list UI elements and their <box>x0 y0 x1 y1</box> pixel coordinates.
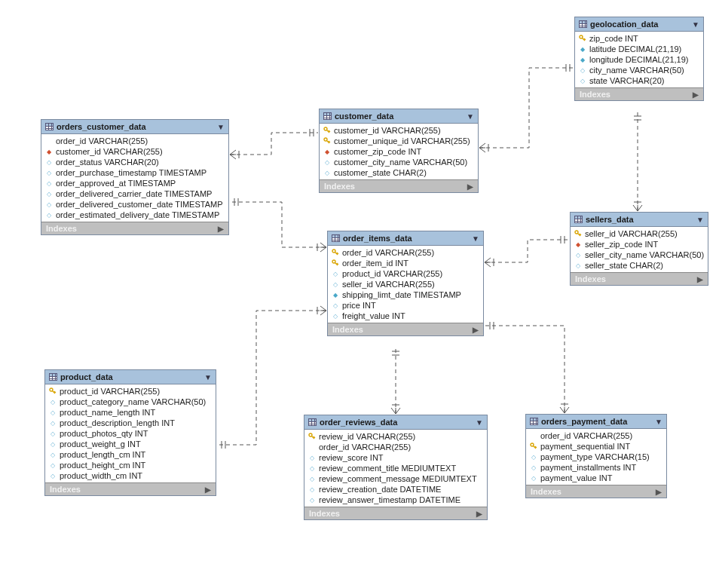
table-header[interactable]: sellers_data▼ <box>571 213 708 227</box>
expand-icon[interactable]: ▶ <box>697 275 703 283</box>
column-row[interactable]: ◇payment_value INT <box>526 473 666 483</box>
table-orders_payment_data[interactable]: orders_payment_data▼order_id VARCHAR(255… <box>525 414 667 498</box>
table-order_reviews_data[interactable]: order_reviews_data▼review_id VARCHAR(255… <box>304 415 488 520</box>
indexes-section[interactable]: Indexes▶ <box>328 323 483 335</box>
expand-icon[interactable]: ▶ <box>656 488 662 496</box>
indexes-section[interactable]: Indexes▶ <box>320 179 478 192</box>
column-row[interactable]: ◇order_delivered_carrier_date TIMESTAMP <box>41 188 228 199</box>
table-columns: zip_code INT◆latitude DECIMAL(21,19)◆lon… <box>575 32 703 87</box>
column-row[interactable]: ◇seller_id VARCHAR(255) <box>328 279 483 289</box>
collapse-icon[interactable]: ▼ <box>696 216 704 224</box>
column-text: state VARCHAR(20) <box>589 76 664 85</box>
indexes-section[interactable]: Indexes▶ <box>41 222 228 234</box>
indexes-section[interactable]: Indexes▶ <box>304 507 487 519</box>
column-row[interactable]: ◇review_comment_title MEDIUMTEXT <box>304 463 487 473</box>
table-columns: product_id VARCHAR(255)◇product_category… <box>45 384 216 482</box>
column-text: seller_id VARCHAR(255) <box>585 229 678 238</box>
collapse-icon[interactable]: ▼ <box>655 418 662 426</box>
column-row[interactable]: ◇price INT <box>328 300 483 311</box>
column-row[interactable]: ◇product_description_length INT <box>45 418 216 428</box>
column-row[interactable]: ◇seller_city_name VARCHAR(50) <box>571 250 708 260</box>
column-row[interactable]: ◇product_length_cm INT <box>45 449 216 460</box>
column-row[interactable]: ◇payment_type VARCHAR(15) <box>526 452 666 462</box>
column-row[interactable]: ◆customer_id VARCHAR(255) <box>41 146 228 157</box>
column-row[interactable]: ◇product_width_cm INT <box>45 470 216 481</box>
column-row[interactable]: payment_sequential INT <box>526 441 666 452</box>
column-row[interactable]: zip_code INT <box>575 33 703 44</box>
table-orders_customer_data[interactable]: orders_customer_data▼order_id VARCHAR(25… <box>41 119 229 235</box>
column-row[interactable]: ◇city_name VARCHAR(50) <box>575 65 703 75</box>
column-row[interactable]: ◇customer_city_name VARCHAR(50) <box>320 157 478 167</box>
indexes-section[interactable]: Indexes▶ <box>45 482 216 495</box>
column-row[interactable]: ◇order_purchase_timestamp TIMESTAMP <box>41 167 228 178</box>
column-row[interactable]: ◇order_delivered_customer_date TIMESTAMP <box>41 199 228 210</box>
column-text: review_id VARCHAR(255) <box>319 432 415 441</box>
column-row[interactable]: customer_id VARCHAR(255) <box>320 125 478 136</box>
attribute-icon: ◇ <box>45 169 53 176</box>
column-row[interactable]: ◇product_id VARCHAR(255) <box>328 268 483 279</box>
indexes-section[interactable]: Indexes▶ <box>571 272 708 285</box>
column-text: zip_code INT <box>589 34 638 43</box>
column-row[interactable]: ◆longitude DECIMAL(21,19) <box>575 54 703 65</box>
column-row[interactable]: customer_unique_id VARCHAR(255) <box>320 136 478 146</box>
column-row[interactable]: ◇product_height_cm INT <box>45 460 216 470</box>
column-row[interactable]: ◇order_status VARCHAR(20) <box>41 157 228 167</box>
column-row[interactable]: order_id VARCHAR(255) <box>41 136 228 146</box>
column-row[interactable]: ◇order_approved_at TIMESTAMP <box>41 178 228 188</box>
table-customer_data[interactable]: customer_data▼customer_id VARCHAR(255)cu… <box>319 109 479 193</box>
column-row[interactable]: ◇payment_installments INT <box>526 462 666 473</box>
expand-icon[interactable]: ▶ <box>467 182 473 191</box>
column-row[interactable]: review_id VARCHAR(255) <box>304 431 487 442</box>
indexes-section[interactable]: Indexes▶ <box>575 87 703 100</box>
column-row[interactable]: ◇product_name_length INT <box>45 407 216 418</box>
column-row[interactable]: seller_id VARCHAR(255) <box>571 228 708 239</box>
column-row[interactable]: ◇seller_state CHAR(2) <box>571 260 708 271</box>
column-row[interactable]: ◇customer_state CHAR(2) <box>320 167 478 178</box>
expand-icon[interactable]: ▶ <box>473 326 479 334</box>
column-row[interactable]: ◆customer_zip_code INT <box>320 146 478 157</box>
table-header[interactable]: geolocation_data▼ <box>575 17 703 32</box>
table-header[interactable]: order_reviews_data▼ <box>304 415 487 430</box>
column-row[interactable]: ◇order_estimated_delivery_date TIMESTAMP <box>41 210 228 220</box>
indexes-section[interactable]: Indexes▶ <box>526 485 666 498</box>
expand-icon[interactable]: ▶ <box>693 90 699 99</box>
collapse-icon[interactable]: ▼ <box>692 20 699 29</box>
column-row[interactable]: ◇review_answer_timestamp DATETIME <box>304 495 487 505</box>
attribute-icon: ◇ <box>49 440 57 448</box>
column-row[interactable]: ◇product_photos_qty INT <box>45 428 216 439</box>
collapse-icon[interactable]: ▼ <box>472 234 479 243</box>
column-row[interactable]: ◇product_weight_g INT <box>45 439 216 449</box>
table-geolocation_data[interactable]: geolocation_data▼zip_code INT◆latitude D… <box>574 17 704 101</box>
table-sellers_data[interactable]: sellers_data▼seller_id VARCHAR(255)◆sell… <box>570 212 708 286</box>
table-header[interactable]: order_items_data▼ <box>328 231 483 246</box>
table-order_items_data[interactable]: order_items_data▼order_id VARCHAR(255)or… <box>327 231 484 336</box>
column-row[interactable]: ◇review_score INT <box>304 452 487 463</box>
column-row[interactable]: order_id VARCHAR(255) <box>526 430 666 441</box>
table-header[interactable]: product_data▼ <box>45 370 216 384</box>
column-row[interactable]: order_id VARCHAR(255) <box>304 442 487 452</box>
expand-icon[interactable]: ▶ <box>218 225 224 233</box>
column-row[interactable]: product_id VARCHAR(255) <box>45 386 216 397</box>
column-row[interactable]: ◇product_category_name VARCHAR(50) <box>45 397 216 407</box>
collapse-icon[interactable]: ▼ <box>204 373 212 381</box>
column-row[interactable]: ◇review_creation_date DATETIME <box>304 484 487 495</box>
column-row[interactable]: ◆latitude DECIMAL(21,19) <box>575 44 703 54</box>
attribute-icon: ◇ <box>308 454 316 461</box>
column-row[interactable]: ◇review_comment_message MEDIUMTEXT <box>304 473 487 484</box>
column-row[interactable]: order_id VARCHAR(255) <box>328 247 483 258</box>
column-text: product_photos_qty INT <box>60 429 148 438</box>
collapse-icon[interactable]: ▼ <box>476 418 483 427</box>
collapse-icon[interactable]: ▼ <box>217 123 225 131</box>
table-header[interactable]: orders_customer_data▼ <box>41 120 228 134</box>
column-row[interactable]: ◇state VARCHAR(20) <box>575 75 703 86</box>
table-product_data[interactable]: product_data▼product_id VARCHAR(255)◇pro… <box>44 369 216 496</box>
column-row[interactable]: ◇freight_value INT <box>328 311 483 321</box>
table-header[interactable]: customer_data▼ <box>320 109 478 124</box>
collapse-icon[interactable]: ▼ <box>467 112 474 121</box>
expand-icon[interactable]: ▶ <box>205 485 211 494</box>
column-row[interactable]: ◆seller_zip_code INT <box>571 239 708 250</box>
column-row[interactable]: order_item_id INT <box>328 258 483 268</box>
table-header[interactable]: orders_payment_data▼ <box>526 415 666 429</box>
expand-icon[interactable]: ▶ <box>476 510 482 518</box>
column-row[interactable]: ◆shipping_limt_date TIMESTAMP <box>328 289 483 300</box>
